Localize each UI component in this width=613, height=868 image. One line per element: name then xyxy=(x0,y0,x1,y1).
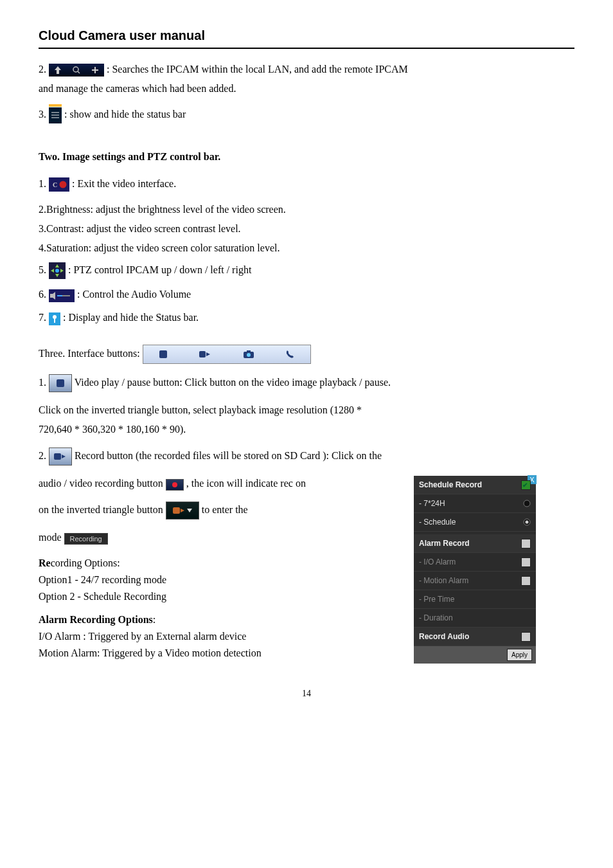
record-button-icon xyxy=(49,448,72,466)
interface-buttons-bar xyxy=(143,345,311,364)
alarm-record-checkbox[interactable] xyxy=(521,539,531,548)
row-schedule[interactable]: - Schedule xyxy=(414,513,536,532)
pin-icon xyxy=(49,312,60,325)
inv-prefix: on the inverted triangle button xyxy=(39,504,166,515)
three-item-1: 1. Video play / pause button: Click butt… xyxy=(39,374,574,392)
svg-marker-12 xyxy=(60,269,64,273)
apply-button[interactable]: Apply xyxy=(507,649,532,661)
record-cell[interactable] xyxy=(199,350,211,359)
svg-marker-32 xyxy=(181,509,184,512)
three-item-1-text: Video play / pause button: Click button … xyxy=(75,377,391,388)
svg-marker-33 xyxy=(187,509,192,512)
svg-rect-19 xyxy=(159,350,167,358)
record-audio-header: Record Audio xyxy=(414,628,536,646)
alarm-record-header: Alarm Record xyxy=(414,534,536,553)
svg-rect-23 xyxy=(247,350,251,352)
svg-marker-14 xyxy=(50,292,55,300)
audio-line: audio / video recording button , the ico… xyxy=(39,476,373,491)
call-cell[interactable] xyxy=(285,350,294,359)
svg-marker-11 xyxy=(51,269,54,273)
record-audio-checkbox[interactable] xyxy=(521,632,531,642)
item-3: 3. : show and hide the status bar xyxy=(39,107,574,123)
svg-point-24 xyxy=(247,353,251,357)
svg-marker-10 xyxy=(55,274,59,277)
num-2: 2. xyxy=(39,64,46,75)
svg-point-8 xyxy=(60,181,67,188)
two-item-1: 1. C : Exit the video interface. xyxy=(39,176,574,192)
row-io-alarm[interactable]: - I/O Alarm xyxy=(414,553,536,572)
motion-alarm-checkbox[interactable] xyxy=(521,576,531,586)
apply-row: Apply xyxy=(414,646,536,664)
three-heading-row: Three. Interface buttons: xyxy=(39,345,574,364)
row-pre-time: - Pre Time xyxy=(414,590,536,609)
audio-prefix: audio / video recording button xyxy=(39,478,166,489)
schedule-record-header: Schedule Record xyxy=(414,476,536,494)
svg-point-28 xyxy=(524,500,530,507)
two-item-6-text: : Control the Audio Volume xyxy=(77,289,191,300)
three-item-2: 2. Record button (the recorded files wil… xyxy=(39,448,574,466)
three-p2b: 720,640 * 360,320 * 180,160 * 90). xyxy=(39,422,574,437)
recording-settings-panel: X Schedule Record - 7*24H - Schedule Ala… xyxy=(414,476,536,664)
two-item-7-text: : Display and hide the Status bar. xyxy=(63,312,199,323)
schedule-record-checkbox[interactable] xyxy=(521,480,531,490)
three-heading: Three. Interface buttons: xyxy=(39,348,140,359)
num-3: 3. xyxy=(39,109,49,120)
row-724h[interactable]: - 7*24H xyxy=(414,494,536,513)
svg-marker-21 xyxy=(206,352,210,356)
page-number: 14 xyxy=(39,687,574,700)
two-item-4: 4.Saturation: adjust the video screen co… xyxy=(39,240,574,256)
svg-rect-25 xyxy=(57,379,64,387)
svg-rect-20 xyxy=(199,351,206,357)
svg-point-30 xyxy=(526,521,529,524)
title-rule xyxy=(39,48,574,49)
io-alarm-checkbox[interactable] xyxy=(521,557,531,567)
search-toolbar-icon xyxy=(49,64,104,77)
item-2: 2. : Searches the IPCAM within the local… xyxy=(39,62,574,77)
item-2-line2: and manage the cameras which had been ad… xyxy=(39,81,574,96)
svg-marker-27 xyxy=(62,455,66,458)
svg-rect-18 xyxy=(54,318,55,323)
two-item-5: 5. : PTZ control IPCAM up / down / left … xyxy=(39,262,574,279)
inverted-line: on the inverted triangle button to enter… xyxy=(39,502,373,520)
ptz-icon xyxy=(49,262,66,279)
snapshot-cell[interactable] xyxy=(243,350,254,359)
two-item-3: 3.Contrast: adjust the video screen cont… xyxy=(39,221,574,237)
two-item-5-text: : PTZ control IPCAM up / down / left / r… xyxy=(68,264,251,275)
svg-rect-16 xyxy=(57,295,62,296)
volume-icon xyxy=(49,289,75,302)
two-item-2: 2.Brightness: adjust the brightness leve… xyxy=(39,202,574,217)
list-icon xyxy=(49,107,62,123)
svg-rect-31 xyxy=(173,507,180,514)
two-item-7: 7. : Display and hide the Status bar. xyxy=(39,310,574,325)
svg-point-13 xyxy=(55,269,59,273)
three-item-2-text: Record button (the recorded files will b… xyxy=(75,450,382,461)
recording-mode-button[interactable]: Recording xyxy=(64,533,108,545)
audio-suffix: , the icon will indicate rec on xyxy=(186,478,306,489)
rec-combo-icon xyxy=(166,502,199,520)
svg-marker-9 xyxy=(55,264,59,267)
svg-text:C: C xyxy=(53,181,57,188)
rec-dot-icon xyxy=(166,479,184,491)
two-item-6: 6. : Control the Audio Volume xyxy=(39,287,574,302)
item-2-text: : Searches the IPCAM within the local LA… xyxy=(107,64,408,75)
svg-point-0 xyxy=(73,67,78,72)
two-item-1-text: : Exit the video interface. xyxy=(72,178,176,189)
three-p2a: Click on the inverted triangle button, s… xyxy=(39,402,574,418)
play-button-icon xyxy=(49,374,72,392)
play-cell[interactable] xyxy=(159,350,168,359)
page-title: Cloud Camera user manual xyxy=(39,26,574,45)
inv-suffix: to enter the xyxy=(202,504,248,515)
row-motion-alarm[interactable]: - Motion Alarm xyxy=(414,572,536,590)
exit-icon: C xyxy=(49,177,69,192)
item-3-text: : show and hide the status bar xyxy=(64,109,186,120)
svg-rect-26 xyxy=(54,453,61,460)
row-duration: - Duration xyxy=(414,609,536,628)
section-two-heading: Two. Image settings and PTZ control bar. xyxy=(39,149,574,165)
svg-line-1 xyxy=(78,71,80,73)
